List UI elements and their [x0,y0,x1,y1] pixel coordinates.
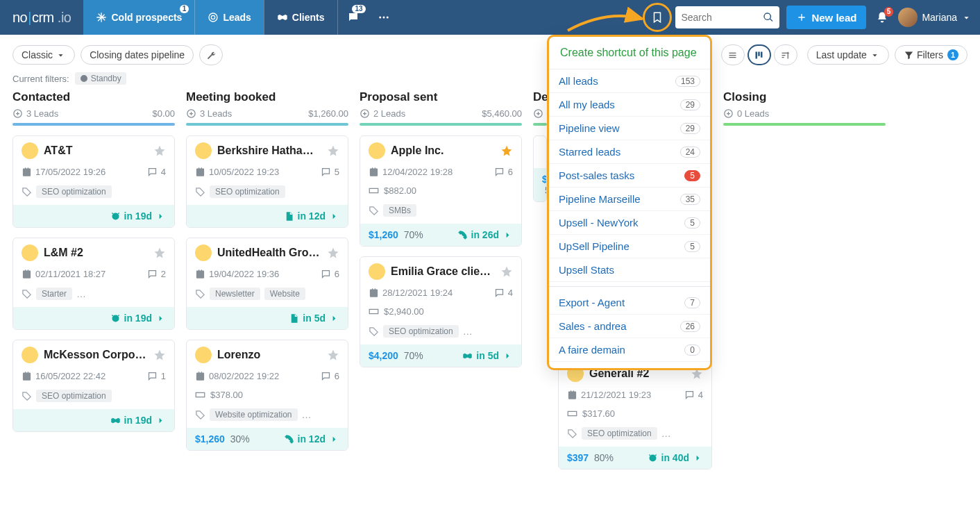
lead-tag[interactable]: SEO optimization [36,390,112,402]
lead-tag[interactable]: SEO optimization [36,185,112,198]
star-icon[interactable] [153,144,166,157]
view-sort[interactable] [774,44,797,65]
lead-tag[interactable]: Website [264,288,305,300]
lead-due[interactable]: in 19d [110,210,166,222]
more-tags[interactable]: … [463,326,473,337]
lead-card[interactable]: Generali #2 21/12/2021 19:23 4 $317.60SE… [558,358,712,470]
lead-due[interactable]: in 12d [284,210,339,222]
star-icon[interactable] [153,349,166,361]
lead-card[interactable]: AT&T 17/05/2022 19:26 4SEO optimization … [12,135,175,228]
column-add[interactable]: 0 Leads [723,108,769,119]
shortcut-link[interactable]: Sales - andrea [559,320,627,332]
lead-due[interactable]: in 40d [648,452,703,463]
shortcut-item[interactable]: Upsell Stats [549,258,710,282]
lead-card[interactable]: Berkshire Hathaway 10/05/2022 19:23 5SEO… [186,135,348,228]
chat-button[interactable]: 13 [338,0,369,35]
user-menu[interactable]: Mariana [898,8,972,27]
lead-tag[interactable]: SEO optimization [383,325,459,338]
lead-tag[interactable]: SEO optimization [210,185,285,198]
logo[interactable]: no|crm .io [0,10,83,26]
lead-card[interactable]: Emilia Grace client ... 28/12/2021 19:24… [360,256,522,367]
shortcut-item[interactable]: A faire demain0 [549,338,710,362]
lead-due[interactable]: in 5d [289,313,339,324]
lead-tag[interactable]: Website optimization [210,408,298,421]
more-tags[interactable]: … [76,288,86,299]
shortcut-link[interactable]: Gains Q3 2021 [559,367,629,368]
shortcut-link[interactable]: All my leads [559,99,615,110]
lead-card[interactable]: L&M #2 02/11/2021 18:27 2Starter… in 19d [12,238,175,330]
shortcut-item[interactable]: Pipeline view29 [549,117,710,140]
more-button[interactable] [369,0,399,35]
shortcut-link[interactable]: Pipeline view [559,122,620,134]
more-tags[interactable]: … [302,409,312,420]
view-kanban[interactable] [747,44,771,65]
nav-leads[interactable]: Leads [194,0,263,35]
view-list[interactable] [721,44,745,65]
lead-due[interactable]: in 19d [110,313,166,324]
shortcut-item[interactable]: Pipeline Marseille35 [549,188,710,211]
shortcut-item[interactable]: Post-sales tasks5 [549,164,710,188]
pipeline-select[interactable]: Closing dates pipeline [81,45,194,65]
lead-due[interactable]: in 26d [457,229,513,240]
shortcut-link[interactable]: Pipeline Marseille [559,193,641,205]
column-add[interactable]: 3 Leads [186,108,232,119]
star-icon[interactable] [153,247,166,259]
shortcut-item[interactable]: All my leads29 [549,93,710,117]
shortcuts-button[interactable] [645,5,670,30]
shortcut-item[interactable]: UpSell Pipeline5 [549,235,710,258]
nav-cold-prospects[interactable]: Cold prospects 1 [83,0,194,35]
filter-chip-standby[interactable]: Standby [75,72,126,85]
shortcut-item[interactable]: Starred leads24 [549,140,710,164]
create-shortcut[interactable]: Create shortcut of this page [549,37,710,69]
shortcut-link[interactable]: Upsell Stats [559,264,614,276]
notifications-button[interactable]: 5 [876,11,888,24]
shortcut-item[interactable]: All leads153 [549,69,710,93]
column-add[interactable]: 3 Leads [12,108,58,119]
lead-tag[interactable]: Starter [36,288,72,300]
search-input[interactable] [681,12,763,23]
shortcut-count: 5 [684,241,700,252]
shortcut-link[interactable]: Starred leads [559,146,620,158]
star-icon[interactable] [500,144,513,157]
lead-due[interactable]: in 19d [110,415,166,426]
star-icon[interactable] [327,349,339,361]
shortcut-item[interactable]: Gains Q3 202114 [549,362,710,368]
star-icon[interactable] [327,247,339,259]
lead-card[interactable]: Lorenzo 08/02/2022 19:22 6 $378.00Websit… [186,340,348,451]
lead-card[interactable]: UnitedHealth Group 19/04/2022 19:36 6New… [186,238,348,330]
search-icon[interactable] [763,12,774,23]
star-icon[interactable] [500,265,513,278]
lead-due[interactable]: in 12d [284,433,339,445]
shortcut-item[interactable]: Export - Agent7 [549,291,710,315]
search-box[interactable] [675,6,779,28]
column-add[interactable] [533,108,543,119]
filters-button[interactable]: Filters 1 [895,45,968,65]
column-add[interactable]: 2 Leads [360,108,405,119]
lead-due[interactable]: in 5d [462,350,513,361]
lead-card[interactable]: Apple Inc. 12/04/2022 19:28 6 $882.00SMB… [360,135,522,247]
settings-button[interactable] [199,44,223,65]
new-lead-button[interactable]: New lead [786,6,866,29]
more-tags[interactable]: … [661,428,671,439]
shortcut-link[interactable]: Upsell - NewYork [559,217,639,229]
shortcut-link[interactable]: Export - Agent [559,297,625,308]
lead-tag[interactable]: SEO optimization [582,427,657,440]
sort-select[interactable]: Last update [807,45,889,65]
lead-tag[interactable]: SMBs [383,204,416,217]
shortcut-link[interactable]: Post-sales tasks [559,169,634,181]
lead-card[interactable]: McKesson Corpora... 16/05/2022 22:42 1SE… [12,340,175,432]
shortcut-link[interactable]: A faire demain [559,344,625,356]
clock-icon [648,453,658,463]
shortcut-item[interactable]: Sales - andrea26 [549,315,710,338]
lead-tag[interactable]: Newsletter [210,288,260,300]
money-icon [369,306,379,317]
shortcut-link[interactable]: All leads [559,75,598,87]
tag-icon [22,289,32,299]
create-shortcut-link[interactable]: Create shortcut of this page [560,47,697,58]
star-icon[interactable] [327,144,339,157]
nav-clients[interactable]: Clients [264,0,337,35]
lead-card[interactable]: Website optimization…$5,749 50% in 33d [533,135,547,202]
view-classic[interactable]: Classic [12,45,75,65]
shortcut-link[interactable]: UpSell Pipeline [559,240,630,252]
shortcut-item[interactable]: Upsell - NewYork5 [549,211,710,235]
